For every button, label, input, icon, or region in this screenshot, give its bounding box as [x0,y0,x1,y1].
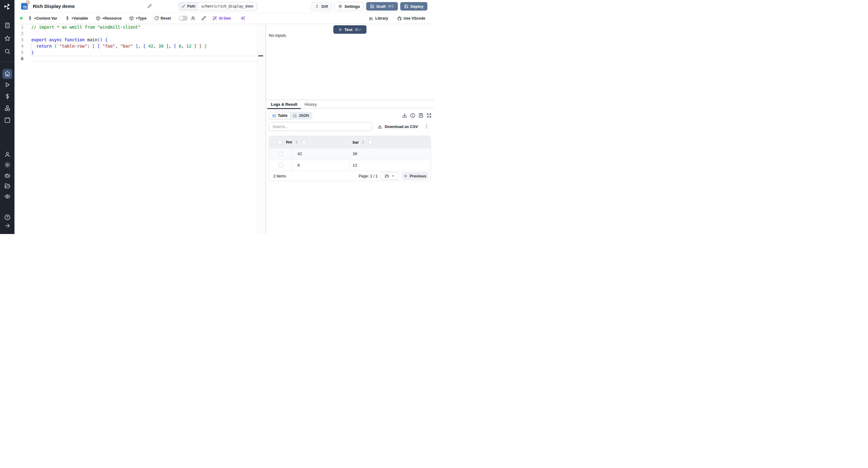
line-number: 1 [14,24,31,30]
code-line[interactable]: // import * as wmill from "windmill-clie… [31,24,257,30]
table-row: 4238 [269,148,431,160]
add-type-label: +Type [135,16,147,21]
download-result-button[interactable] [402,113,407,119]
column-header-bar: bar [352,136,373,148]
gear-icon [4,162,10,169]
settings-button[interactable]: Settings [334,2,364,10]
save-icon [404,4,408,8]
view-toggle-table[interactable]: Table [270,112,290,119]
edit-title-pencil-icon[interactable] [147,4,152,9]
select-all-checkbox[interactable] [278,140,282,144]
windmill-app: TS Rich Display demo Path u/henri/rich_d… [0,0,434,234]
code-editor[interactable]: 123456 // import * as wmill from "windmi… [14,24,266,234]
column-label-foo: foo [286,140,292,144]
download-csv-button[interactable]: Download as CSV [378,124,418,129]
sidebar-item-help[interactable] [4,214,11,221]
home-icon [4,70,10,78]
page-title: Rich Display demo [33,4,75,9]
result-table-footer: 2 items Page: 1 / 1 25 Previous [269,171,431,181]
result-table-body: 4238812 [269,148,431,171]
previous-page-button[interactable]: Previous [402,172,428,180]
sidebar-item-workers[interactable] [4,172,11,179]
format-button[interactable] [201,16,206,21]
sidebar-group-top [0,22,14,56]
sidebar-item-favorites[interactable] [4,35,11,42]
sidebar-item-resources[interactable] [4,105,11,112]
draft-button[interactable]: Draft ⌘S [366,2,398,10]
reset-button[interactable]: Reset [154,16,171,21]
column-label-bar: bar [352,140,359,144]
users-icon [191,16,195,21]
sidebar-item-variables[interactable] [4,93,11,101]
test-button[interactable]: Test ⌘↵ [333,25,367,34]
search-input[interactable] [269,122,372,131]
view-toggle-json[interactable]: {} JSON [290,112,312,119]
code-line[interactable] [31,30,257,37]
eye-icon [4,193,10,201]
sort-foo-icon[interactable] [295,140,299,144]
braces-icon: {} [293,114,297,118]
sidebar-item-audit-logs[interactable] [4,193,11,201]
add-variable-button[interactable]: +Variable [65,16,88,21]
draft-label: Draft [376,4,385,9]
results-section: Logs & Result History Table {} JSON [266,100,434,234]
sidebar [0,0,14,234]
use-vscode-label: Use VScode [404,16,425,21]
results-tabbar: Logs & Result History [266,100,434,108]
star-icon [4,35,10,42]
content: 123456 // import * as wmill from "windmi… [14,24,434,234]
code-line[interactable]: } [31,49,257,56]
code-line[interactable] [31,56,257,62]
sidebar-group-main [0,69,14,124]
column-foo-checkbox[interactable] [302,140,306,144]
copy-result-button[interactable] [418,113,424,119]
sidebar-item-workspace[interactable] [4,22,11,30]
chevron-down-icon [391,174,395,178]
toggle-switch[interactable] [179,16,188,21]
line-number: 3 [14,37,31,43]
ai-gen-button[interactable]: AI Gen [213,16,231,21]
sidebar-item-search[interactable] [4,48,11,56]
sidebar-item-folders[interactable] [4,183,11,190]
table-menu-kebab[interactable] [424,124,429,129]
line-number: 2 [14,30,31,37]
table-row: 812 [269,160,431,171]
editor-code-area[interactable]: // import * as wmill from "windmill-clie… [31,24,257,62]
right-panel: Test ⌘↵ No inputs Logs & Result History [266,24,434,234]
row-checkbox[interactable] [278,163,283,167]
add-context-var-button[interactable]: +Context Var [28,16,57,21]
sidebar-item-users[interactable] [4,151,11,158]
library-button[interactable]: Library [369,16,388,21]
windmill-logo-icon[interactable] [3,3,11,10]
line-number: 6 [14,56,31,62]
result-info-button[interactable] [410,113,415,119]
add-type-button[interactable]: +Type [129,16,147,21]
add-resource-button[interactable]: +Resource [96,16,121,21]
result-table: foo bar 4238812 2 i [269,136,431,181]
kebab-icon [424,124,429,129]
column-bar-checkbox[interactable] [368,140,373,144]
tab-history[interactable]: History [301,100,320,108]
row-checkbox-cell [269,148,292,159]
code-line[interactable]: export async function main() { [31,37,257,43]
ai-sparkles-button[interactable] [241,16,245,21]
code-line[interactable]: return { "table-row": [ [ "foo", "bar" ]… [31,43,257,49]
sidebar-item-runs[interactable] [4,81,11,89]
deploy-button[interactable]: Deploy [400,2,427,10]
use-vscode-button[interactable]: Use VScode [397,16,425,21]
table-icon [272,114,276,118]
tab-logs-result[interactable]: Logs & Result [267,100,301,108]
expand-result-button[interactable] [426,113,432,119]
sidebar-item-settings[interactable] [4,162,11,169]
sidebar-item-home[interactable] [2,69,12,79]
pencil-icon [182,4,185,8]
row-checkbox[interactable] [278,152,283,156]
sidebar-divider [0,62,14,62]
diff-button[interactable]: Diff [311,2,332,10]
test-label: Test [344,27,352,32]
page-size-select[interactable]: 25 [381,172,399,180]
sidebar-item-schedules[interactable] [4,117,11,124]
sidebar-expand-button[interactable] [4,223,11,230]
sort-bar-icon[interactable] [361,140,365,144]
path-button[interactable]: Path u/henri/rich_display_demo [179,2,257,10]
